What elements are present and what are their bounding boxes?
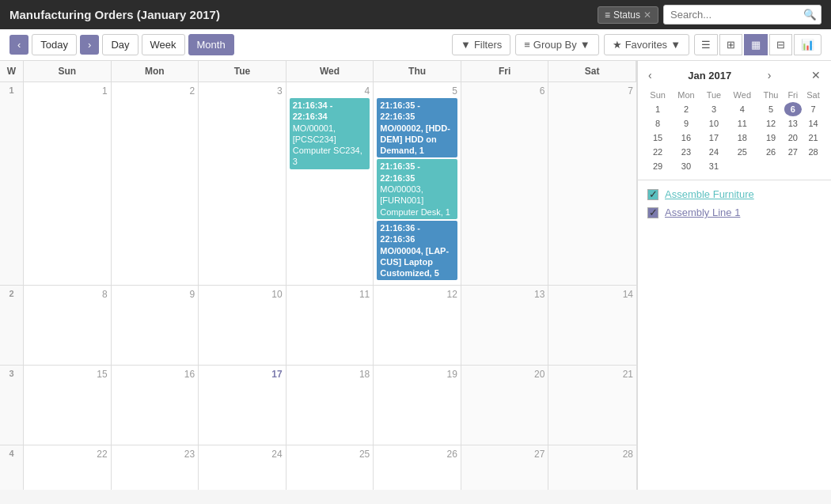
mini-cal-day[interactable]: 28 <box>802 145 825 159</box>
mini-cal-day[interactable]: 16 <box>671 131 700 145</box>
cal-day-fri-w2[interactable]: 13 <box>461 286 549 365</box>
event-mo00002[interactable]: 21:16:35 - 22:16:35 MO/00002, [HDD-DEM] … <box>377 98 457 157</box>
cal-day-mon-w4[interactable]: 23 <box>112 445 199 490</box>
favorites-button[interactable]: ★ Favorites ▼ <box>604 34 689 55</box>
today-button[interactable]: Today <box>32 34 77 55</box>
mini-cal-day[interactable]: 30 <box>671 159 700 173</box>
cal-day-mon-w3[interactable]: 16 <box>112 366 199 445</box>
mini-cal-prev[interactable]: ‹ <box>644 67 656 83</box>
cal-day-wed-w3[interactable]: 18 <box>286 366 374 445</box>
mini-cal-day[interactable]: 9 <box>671 116 700 131</box>
cal-day-wed-w2[interactable]: 11 <box>286 286 374 365</box>
day-button[interactable]: Day <box>102 34 138 55</box>
week-button[interactable]: Week <box>142 34 185 55</box>
mini-cal-day[interactable]: 29 <box>644 159 671 173</box>
toolbar-left: ‹ Today › Day Week Month <box>9 34 234 55</box>
cal-day-tue-w2[interactable]: 10 <box>199 286 286 365</box>
mini-cal-day[interactable]: 15 <box>644 131 671 145</box>
search-button[interactable]: 🔍 <box>803 9 817 21</box>
mini-cal-day[interactable]: 11 <box>727 116 757 131</box>
cal-day-fri-w1[interactable]: 6 <box>461 82 549 285</box>
cal-day-tue-w1[interactable]: 3 <box>199 82 286 285</box>
filters-label: Filters <box>474 39 502 51</box>
mini-cal-day[interactable]: 7 <box>802 102 825 116</box>
cal-day-sat-w3[interactable]: 21 <box>548 366 636 445</box>
mini-cal-day[interactable]: 10 <box>701 116 727 131</box>
cal-day-mon-w2[interactable]: 9 <box>112 286 199 365</box>
mini-cal-next[interactable]: › <box>764 67 776 83</box>
mini-cal-day[interactable]: 24 <box>701 145 727 159</box>
cal-day-fri-w3[interactable]: 20 <box>461 366 549 445</box>
mini-cal-day[interactable]: 25 <box>727 145 757 159</box>
mini-cal-day <box>802 159 825 173</box>
next-button[interactable]: › <box>80 35 99 55</box>
mini-cal-day[interactable]: 19 <box>757 131 784 145</box>
mini-cal-day[interactable]: 31 <box>701 159 727 173</box>
mini-cal-day[interactable]: 3 <box>701 102 727 116</box>
mini-cal-day[interactable]: 6 <box>784 102 802 116</box>
cal-day-wed-w4[interactable]: 25 <box>286 445 374 490</box>
cal-day-mon-w1[interactable]: 2 <box>112 82 199 285</box>
filter-label-1: Assemble Furniture <box>665 188 754 200</box>
mini-cal-day[interactable]: 21 <box>802 131 825 145</box>
cal-day-thu-w1[interactable]: 5 21:16:35 - 22:16:35 MO/00002, [HDD-DEM… <box>374 82 461 285</box>
status-filter-icon: ≡ <box>605 9 610 21</box>
wed-header: Wed <box>286 61 374 81</box>
cal-day-tue-w3[interactable]: 17 <box>199 366 286 445</box>
calendar-week-3: 3 15 16 17 18 19 20 21 <box>0 366 636 445</box>
mini-cal-day[interactable]: 26 <box>757 145 784 159</box>
toolbar-right: ▼ Filters ≡ Group By ▼ ★ Favorites ▼ ☰ ⊞… <box>452 34 822 55</box>
cal-day-sun-w2[interactable]: 8 <box>24 286 112 365</box>
mini-cal-day[interactable]: 1 <box>644 102 671 116</box>
filter-item-2[interactable]: ✓ Assembly Line 1 <box>647 207 822 218</box>
cal-day-thu-w2[interactable]: 12 <box>374 286 461 365</box>
mini-cal-day[interactable]: 22 <box>644 145 671 159</box>
fri-header: Fri <box>461 61 549 81</box>
mini-cal-day[interactable]: 27 <box>784 145 802 159</box>
mini-cal-day[interactable]: 2 <box>671 102 700 116</box>
status-filter[interactable]: ≡ Status ✕ <box>598 6 658 24</box>
mini-cal-day[interactable]: 20 <box>784 131 802 145</box>
cal-day-sat-w1[interactable]: 7 <box>548 82 636 285</box>
mini-cal-day[interactable]: 5 <box>757 102 784 116</box>
list-view-button[interactable]: ☰ <box>694 34 718 55</box>
week-num-1: 1 <box>0 82 24 285</box>
week-col-header: W <box>0 61 24 81</box>
cal-day-tue-w4[interactable]: 24 <box>199 445 286 490</box>
cal-day-sun-w1[interactable]: 1 <box>24 82 112 285</box>
calendar-week-1: 1 1 2 3 4 21:16:34 - 22:16:34 MO/00001, … <box>0 82 636 286</box>
mini-cal-day[interactable]: 8 <box>644 116 671 131</box>
cal-day-fri-w4[interactable]: 27 <box>461 445 549 490</box>
filter-item-1[interactable]: ✓ Assemble Furniture <box>647 188 822 200</box>
event-mo00003[interactable]: 21:16:35 - 22:16:35 MO/00003, [FURN001] … <box>377 159 457 218</box>
search-input[interactable] <box>663 5 822 25</box>
mini-cal-day[interactable]: 14 <box>802 116 825 131</box>
group-by-button[interactable]: ≡ Group By ▼ <box>515 34 598 55</box>
cal-day-sun-w3[interactable]: 15 <box>24 366 112 445</box>
month-button[interactable]: Month <box>188 34 234 55</box>
cal-day-wed-w1[interactable]: 4 21:16:34 - 22:16:34 MO/00001, [PCSC234… <box>286 82 374 285</box>
cal-day-sat-w4[interactable]: 28 <box>548 445 636 490</box>
cal-day-sun-w4[interactable]: 22 <box>24 445 112 490</box>
mini-cal-day[interactable]: 17 <box>701 131 727 145</box>
filters-button[interactable]: ▼ Filters <box>452 34 510 55</box>
mini-cal-day[interactable]: 13 <box>784 116 802 131</box>
status-filter-close[interactable]: ✕ <box>643 9 651 21</box>
pivot-view-button[interactable]: ⊟ <box>769 34 792 55</box>
mini-cal-day[interactable]: 18 <box>727 131 757 145</box>
calendar-view-button[interactable]: ▦ <box>744 34 768 55</box>
mini-sat-header: Sat <box>802 88 825 102</box>
cal-day-thu-w3[interactable]: 19 <box>374 366 461 445</box>
prev-button[interactable]: ‹ <box>9 35 28 55</box>
kanban-view-button[interactable]: ⊞ <box>719 34 742 55</box>
calendar-week-4: 4 22 23 24 25 26 27 28 <box>0 445 636 490</box>
mini-cal-close[interactable]: ✕ <box>807 67 825 83</box>
mini-cal-day[interactable]: 23 <box>671 145 700 159</box>
cal-day-sat-w2[interactable]: 14 <box>548 286 636 365</box>
cal-day-thu-w4[interactable]: 26 <box>374 445 461 490</box>
event-mo00001[interactable]: 21:16:34 - 22:16:34 MO/00001, [PCSC234] … <box>290 98 370 169</box>
event-mo00004[interactable]: 21:16:36 - 22:16:36 MO/00004, [LAP-CUS] … <box>377 221 457 280</box>
mini-cal-day[interactable]: 12 <box>757 116 784 131</box>
mini-cal-day[interactable]: 4 <box>727 102 757 116</box>
graph-view-button[interactable]: 📊 <box>794 34 822 55</box>
